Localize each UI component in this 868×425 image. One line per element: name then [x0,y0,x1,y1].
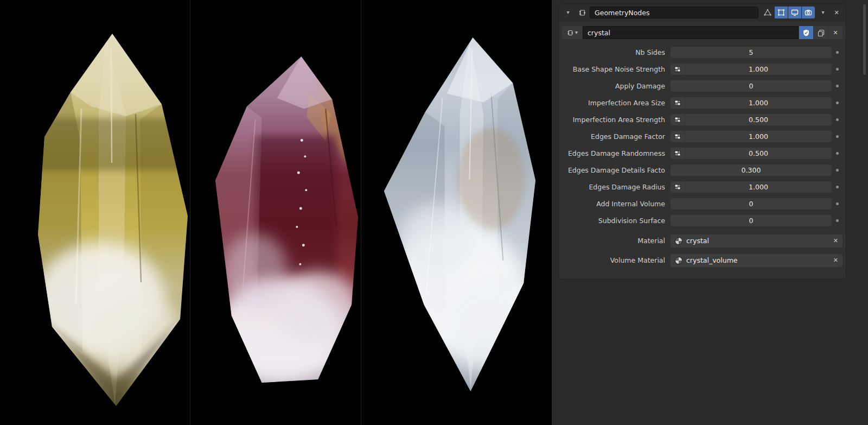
node-group-name-input[interactable]: crystal [583,26,799,39]
render-pane-clear-crystal[interactable] [361,0,552,425]
property-value-slider[interactable]: 5 [671,47,832,58]
geometry-nodes-icon [576,7,587,18]
blender-window: ▾ GeometryNodes [0,0,868,425]
realtime-display-toggle[interactable] [788,7,801,18]
input-attribute-toggle[interactable] [671,64,685,75]
property-value-slider[interactable]: 0 [671,198,832,210]
decorator-slot [832,152,843,155]
property-value-slider[interactable]: 0 [671,80,832,92]
expand-panel-button[interactable]: ▾ [563,7,573,18]
decorator-dot[interactable] [836,85,839,87]
decorator-dot[interactable] [836,102,839,104]
unlink-material-icon[interactable]: ✕ [833,237,838,244]
property-value: 0.300 [742,166,761,174]
decorator-slot [832,186,843,188]
spreadsheet-icon [674,100,681,106]
unlink-material-icon[interactable]: ✕ [833,257,838,264]
decorator-dot[interactable] [836,51,839,54]
input-attribute-toggle[interactable] [671,114,685,125]
property-value: 0 [749,200,754,208]
edit-mode-toggle[interactable] [775,7,788,18]
material-sphere-icon [675,257,682,264]
input-attribute-toggle[interactable] [671,148,685,159]
decorator-dot[interactable] [836,169,839,172]
spreadsheet-icon [674,184,681,190]
display-toggle-group [761,7,815,18]
input-attribute-toggle[interactable] [671,97,685,109]
property-field: 0.500 [671,114,832,125]
property-field: 1.000 [671,131,832,142]
render-pane-red-crystal[interactable] [190,0,361,425]
modifier-name-input[interactable]: GeometryNodes [590,7,758,18]
property-field: 1.000 [671,181,832,193]
red-crystal-render [190,0,361,425]
property-label: Subdivision Surface [562,217,671,225]
material-select-field[interactable]: crystal ✕ [671,234,843,248]
property-row: Apply Damage 0 [562,79,843,93]
close-icon: ✕ [834,9,839,16]
material-name: crystal_volume [686,256,829,264]
chevron-down-icon: ▾ [566,10,569,15]
decorator-dot[interactable] [836,152,839,155]
property-value-slider[interactable]: 0 [671,215,832,226]
property-field: 0 [671,198,832,210]
decorator-dot[interactable] [836,68,839,71]
material-label: Volume Material [562,256,671,264]
input-attribute-toggle[interactable] [671,181,685,193]
property-row: Edges Damage Details Facto 0.300 [562,163,843,177]
property-row: Nb Sides 5 [562,45,843,59]
node-group-selector: ▾ crystal ✕ [562,26,843,40]
property-value-slider[interactable]: 0.300 [671,164,832,176]
input-attribute-toggle[interactable] [671,131,685,142]
modifier-header: ▾ GeometryNodes [559,4,846,21]
property-value: 0.500 [749,149,768,157]
unlink-node-group-button[interactable]: ✕ [828,26,843,39]
property-rows: Nb Sides 5 Base Shape Noise Strength 1.0… [562,45,843,227]
modifier-body: ▾ crystal ✕ Nb Sides [559,21,846,279]
property-value-slider[interactable]: 1.000 [685,181,832,193]
property-row: Edges Damage Radius 1.000 [562,180,843,194]
fake-user-toggle[interactable] [799,26,813,39]
render-pane-gold-crystal[interactable] [0,0,190,425]
on-cage-toggle[interactable] [761,7,774,18]
property-row: Imperfection Area Strength 0.500 [562,112,843,126]
property-value-slider[interactable]: 1.000 [685,97,832,109]
decorator-slot [832,219,843,222]
material-rows: Material crystal ✕ Volume Material cryst… [562,233,843,268]
property-label: Imperfection Area Size [562,99,671,107]
close-icon: ✕ [833,29,838,36]
property-value-slider[interactable]: 0.500 [685,114,832,125]
remove-modifier-button[interactable]: ✕ [831,7,842,18]
material-sphere-icon [675,237,682,245]
property-field: 0.300 [671,164,832,176]
browse-node-group-button[interactable]: ▾ [562,26,582,39]
decorator-slot [832,102,843,104]
duplicate-node-group-button[interactable] [814,26,828,39]
spreadsheet-icon [674,117,681,123]
property-value-slider[interactable]: 0.500 [685,148,832,159]
property-value-slider[interactable]: 1.000 [685,131,832,142]
decorator-dot[interactable] [836,135,839,138]
decorator-dot[interactable] [836,219,839,222]
property-value: 0 [749,82,754,90]
property-row: Imperfection Area Size 1.000 [562,96,843,110]
decorator-dot[interactable] [836,118,839,121]
property-label: Add Internal Volume [562,200,671,208]
scrollbar[interactable] [863,4,866,75]
property-value: 0.500 [749,116,768,124]
property-value: 1.000 [749,183,768,191]
property-value: 0 [749,217,754,225]
property-label: Apply Damage [562,82,671,90]
property-row: Edges Damage Randomness 0.500 [562,146,843,160]
decorator-slot [832,118,843,121]
decorator-slot [832,169,843,172]
property-value-slider[interactable]: 1.000 [685,64,832,75]
material-select-field[interactable]: crystal_volume ✕ [671,254,843,267]
property-field: 0.500 [671,148,832,159]
property-value: 1.000 [749,132,768,141]
decorator-dot[interactable] [836,202,839,205]
property-field: 1.000 [671,97,832,109]
render-display-toggle[interactable] [802,7,815,18]
modifier-extras-menu-button[interactable]: ▾ [818,7,828,18]
decorator-dot[interactable] [836,186,839,188]
